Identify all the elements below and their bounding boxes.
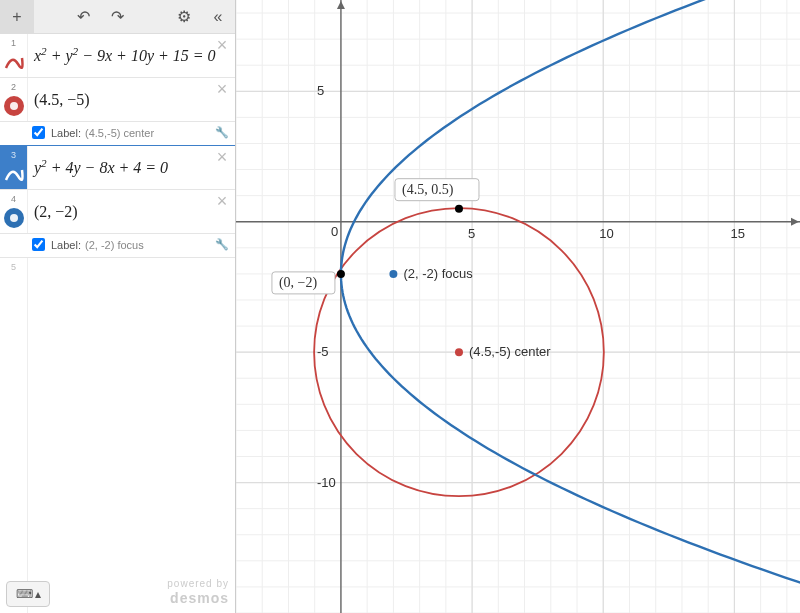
expression-input[interactable]: y2 + 4y − 8x + 4 = 0: [28, 146, 235, 189]
row-gutter: 3: [0, 146, 28, 189]
svg-text:(2, -2) focus: (2, -2) focus: [403, 266, 473, 281]
row-index: 4: [11, 194, 16, 204]
row-gutter: 1: [0, 34, 28, 77]
point-icon[interactable]: [4, 96, 24, 116]
label-config-row: Label: (4.5,-5) center 🔧: [0, 122, 235, 146]
row-gutter: 4: [0, 190, 28, 233]
expression-input[interactable]: x2 + y2 − 9x + 10y + 15 = 0: [28, 34, 235, 77]
keyboard-button[interactable]: ⌨ ▴: [6, 581, 50, 607]
expression-row[interactable]: 2 (4.5, −5) ×: [0, 78, 235, 122]
curve-icon[interactable]: [4, 52, 24, 72]
svg-text:-5: -5: [317, 344, 329, 359]
delete-row-button[interactable]: ×: [213, 192, 231, 210]
svg-point-64: [455, 348, 463, 356]
svg-text:(0, −2): (0, −2): [279, 275, 318, 291]
undo-icon: ↶: [77, 7, 90, 26]
plus-icon: +: [12, 8, 21, 26]
expression-row[interactable]: 1 x2 + y2 − 9x + 10y + 15 = 0 ×: [0, 34, 235, 78]
app-root: + ↶ ↷ ⚙ « 1 x2 + y2 − 9x + 10y + 15 = 0 …: [0, 0, 800, 613]
delete-row-button[interactable]: ×: [213, 80, 231, 98]
sidebar: + ↶ ↷ ⚙ « 1 x2 + y2 − 9x + 10y + 15 = 0 …: [0, 0, 236, 613]
svg-point-68: [337, 270, 345, 278]
settings-button[interactable]: ⚙: [167, 0, 201, 34]
label-prefix: Label:: [51, 127, 81, 139]
gear-icon: ⚙: [177, 7, 191, 26]
redo-icon: ↷: [111, 7, 124, 26]
row-index: 1: [11, 38, 16, 48]
redo-button[interactable]: ↷: [101, 0, 135, 34]
label-checkbox[interactable]: [32, 238, 45, 251]
point-icon[interactable]: [4, 208, 24, 228]
svg-text:(4.5, 0.5): (4.5, 0.5): [402, 182, 454, 198]
expression-row[interactable]: 5: [0, 258, 235, 613]
branding-line1: powered by: [167, 578, 229, 590]
add-expression-button[interactable]: +: [0, 0, 34, 34]
undo-button[interactable]: ↶: [67, 0, 101, 34]
svg-text:5: 5: [317, 83, 324, 98]
row-index: 3: [11, 150, 16, 160]
svg-text:10: 10: [599, 226, 613, 241]
toolbar: + ↶ ↷ ⚙ «: [0, 0, 235, 34]
keyboard-icon: ⌨: [16, 587, 33, 601]
svg-text:(4.5,-5) center: (4.5,-5) center: [469, 344, 551, 359]
expression-row[interactable]: 3 y2 + 4y − 8x + 4 = 0 ×: [0, 146, 235, 190]
plot-svg: 051015-10-55(4.5,-5) center(2, -2) focus…: [236, 0, 800, 613]
expression-text: y2 + 4y − 8x + 4 = 0: [34, 157, 168, 177]
label-config-row: Label: (2, -2) focus 🔧: [0, 234, 235, 258]
row-gutter: 2: [0, 78, 28, 121]
svg-text:5: 5: [468, 226, 475, 241]
sidebar-footer: ⌨ ▴ powered by desmos: [6, 578, 229, 607]
collapse-sidebar-button[interactable]: «: [201, 0, 235, 34]
branding-line2: desmos: [167, 590, 229, 607]
svg-text:15: 15: [730, 226, 744, 241]
delete-row-button[interactable]: ×: [213, 36, 231, 54]
svg-text:-10: -10: [317, 475, 336, 490]
expression-text: (4.5, −5): [34, 91, 90, 109]
svg-text:0: 0: [331, 224, 338, 239]
expression-list: 1 x2 + y2 − 9x + 10y + 15 = 0 × 2 (4.5, …: [0, 34, 235, 613]
label-prefix: Label:: [51, 239, 81, 251]
wrench-icon[interactable]: 🔧: [215, 238, 229, 251]
label-value[interactable]: (4.5,-5) center: [85, 127, 154, 139]
row-gutter: 5: [0, 258, 28, 613]
expression-text: x2 + y2 − 9x + 10y + 15 = 0: [34, 45, 216, 65]
expression-input[interactable]: (2, −2): [28, 190, 235, 233]
row-index: 2: [11, 82, 16, 92]
label-value[interactable]: (2, -2) focus: [85, 239, 144, 251]
wrench-icon[interactable]: 🔧: [215, 126, 229, 139]
chevron-left-icon: «: [214, 8, 223, 26]
graph-area[interactable]: 051015-10-55(4.5,-5) center(2, -2) focus…: [236, 0, 800, 613]
branding: powered by desmos: [167, 578, 229, 607]
svg-marker-55: [337, 1, 345, 9]
row-index: 5: [11, 262, 16, 272]
svg-point-71: [455, 205, 463, 213]
expression-text: (2, −2): [34, 203, 78, 221]
curve-icon[interactable]: [4, 164, 24, 184]
label-checkbox[interactable]: [32, 126, 45, 139]
svg-marker-54: [791, 218, 799, 226]
chevron-up-icon: ▴: [35, 587, 41, 601]
expression-row[interactable]: 4 (2, −2) ×: [0, 190, 235, 234]
svg-point-66: [389, 270, 397, 278]
delete-row-button[interactable]: ×: [213, 148, 231, 166]
expression-input[interactable]: (4.5, −5): [28, 78, 235, 121]
